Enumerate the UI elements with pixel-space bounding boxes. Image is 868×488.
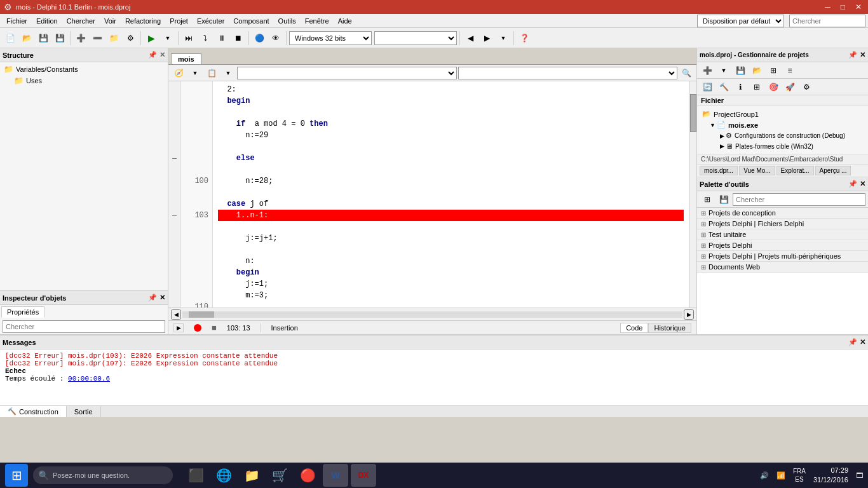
- pm-list-btn[interactable]: ≡: [782, 63, 797, 78]
- taskbar-app-chrome[interactable]: 🔴: [295, 464, 320, 487]
- inspector-tab-properties[interactable]: Propriétés: [1, 306, 44, 318]
- menu-aide[interactable]: Aide: [334, 16, 356, 26]
- palette-group-header-4[interactable]: ⊞ Projets Delphi | Projets multi-périphé…: [697, 251, 868, 261]
- palette-group-header-1[interactable]: ⊞ Projets Delphi | Fichiers Delphi: [697, 219, 868, 229]
- menu-refactoring[interactable]: Refactoring: [121, 16, 165, 26]
- run-button[interactable]: ▶: [144, 30, 159, 46]
- breakpoint-button[interactable]: 🔵: [252, 30, 267, 46]
- minimize-button[interactable]: ─: [822, 3, 833, 11]
- pm-close-icon[interactable]: ✕: [860, 51, 865, 59]
- pm-file-tab-1[interactable]: Vue Mo...: [739, 166, 775, 175]
- pause-button[interactable]: ⏸: [214, 30, 229, 46]
- menu-fichier[interactable]: Fichier: [3, 16, 31, 26]
- scroll-left-btn[interactable]: ◀: [171, 309, 181, 320]
- pm-pin-icon[interactable]: 📌: [848, 51, 857, 59]
- folder-button[interactable]: 📁: [106, 30, 121, 46]
- pm-file-tab-0[interactable]: mois.dpr...: [700, 166, 738, 175]
- step-over-button[interactable]: ⏭: [181, 30, 196, 46]
- palette-pin-icon[interactable]: 📌: [848, 180, 857, 188]
- pm-dropdown[interactable]: ▼: [716, 63, 731, 78]
- save-button[interactable]: 💾: [36, 30, 51, 46]
- run-indicator-btn[interactable]: ▶: [173, 323, 184, 332]
- editor-format-btn[interactable]: 📋: [204, 65, 219, 81]
- palette-btn2[interactable]: 💾: [716, 192, 731, 207]
- pm-deploy-btn[interactable]: 🚀: [782, 79, 797, 95]
- settings-button[interactable]: ⚙: [123, 30, 138, 46]
- editor-tab-mois[interactable]: mois: [171, 53, 201, 64]
- platform-select[interactable]: Windows 32 bits Windows 64 bits: [289, 31, 372, 45]
- step-into-button[interactable]: ⤵: [198, 30, 213, 46]
- menu-composant[interactable]: Composant: [229, 16, 273, 26]
- pm-tree-moisexe[interactable]: ▼ 📄 mois.exe: [700, 119, 865, 130]
- pm-save-btn[interactable]: 💾: [733, 63, 748, 78]
- scrollbar-thumb[interactable]: [690, 94, 696, 132]
- status-tab-history[interactable]: Historique: [648, 323, 691, 333]
- taskbar-app-taskview[interactable]: ⬛: [183, 464, 208, 487]
- taskbar-network-icon[interactable]: 📶: [776, 471, 785, 480]
- inspector-pin-icon[interactable]: 📌: [148, 294, 157, 302]
- taskbar-app-delphi[interactable]: DX: [351, 464, 376, 487]
- messages-close-icon[interactable]: ✕: [860, 338, 865, 346]
- pm-refresh-btn[interactable]: 🔄: [700, 79, 715, 95]
- pm-target-btn[interactable]: 🎯: [766, 79, 781, 95]
- editor-nav-btn[interactable]: 🧭: [171, 65, 186, 81]
- status-tab-code[interactable]: Code: [620, 323, 648, 333]
- taskbar-speaker-icon[interactable]: 🔊: [760, 471, 769, 480]
- hscrollbar-thumb[interactable]: [189, 311, 214, 318]
- forward-button[interactable]: ▶: [479, 30, 494, 46]
- editor-scrollbar[interactable]: [689, 81, 696, 308]
- code-editor[interactable]: 2: begin if a mod 4 = 0 then n:=29 else …: [213, 81, 689, 308]
- pm-settings-btn[interactable]: ⚙: [799, 79, 814, 95]
- pm-folder-btn[interactable]: 📂: [749, 63, 764, 78]
- start-button[interactable]: ⊞: [5, 464, 28, 487]
- inspector-search-input[interactable]: [3, 320, 165, 333]
- palette-btn1[interactable]: ⊞: [700, 192, 715, 207]
- palette-close-icon[interactable]: ✕: [860, 180, 865, 188]
- editor-nav-dropdown[interactable]: ▼: [187, 65, 203, 81]
- messages-pin-icon[interactable]: 📌: [848, 338, 857, 346]
- menu-edition[interactable]: Edition: [32, 16, 62, 26]
- maximize-button[interactable]: □: [838, 3, 848, 11]
- stop-button[interactable]: ⏹: [231, 30, 246, 46]
- back-button[interactable]: ◀: [463, 30, 478, 46]
- open-button[interactable]: 📂: [19, 30, 34, 46]
- save-all-button[interactable]: 💾: [52, 30, 67, 46]
- tree-item-variables[interactable]: 📁 Variables/Constants: [1, 64, 166, 75]
- build-config-select[interactable]: [374, 31, 457, 45]
- hscrollbar-track[interactable]: [182, 311, 682, 318]
- menu-fenetre[interactable]: Fenêtre: [301, 16, 333, 26]
- top-search-input[interactable]: [789, 15, 865, 27]
- remove-button[interactable]: ➖: [90, 30, 105, 46]
- add-button[interactable]: ➕: [73, 30, 88, 46]
- taskbar-notification-icon[interactable]: 🗔: [856, 471, 863, 479]
- editor-search-btn[interactable]: 🔍: [679, 65, 694, 81]
- pm-tree-projectgroup[interactable]: 📂 ProjectGroup1: [700, 109, 865, 119]
- palette-group-header-3[interactable]: ⊞ Projets Delphi: [697, 240, 868, 250]
- pm-tree-configs[interactable]: ▶ ⚙ Configurations de construction (Debu…: [700, 130, 865, 141]
- disposition-select[interactable]: Disposition par défaut: [697, 15, 784, 27]
- menu-outils[interactable]: Outils: [275, 16, 300, 26]
- taskbar-app-explorer[interactable]: 📁: [239, 464, 264, 487]
- run-dropdown[interactable]: ▼: [160, 30, 175, 46]
- close-button[interactable]: ✕: [853, 3, 864, 11]
- structure-close-icon[interactable]: ✕: [159, 51, 165, 59]
- structure-pin-icon[interactable]: 📌: [148, 51, 157, 59]
- path-select-1[interactable]: [237, 67, 457, 79]
- scroll-right-btn[interactable]: ▶: [684, 309, 694, 320]
- watch-button[interactable]: 👁: [268, 30, 283, 46]
- pm-expand-btn[interactable]: ⊞: [749, 79, 764, 95]
- bottom-tab-sortie[interactable]: Sortie: [67, 406, 101, 417]
- menu-executer[interactable]: Exécuter: [193, 16, 228, 26]
- palette-group-header-0[interactable]: ⊞ Projets de conception: [697, 208, 868, 218]
- pm-build-btn[interactable]: 🔨: [716, 79, 731, 95]
- taskbar-app-word[interactable]: W: [323, 464, 348, 487]
- pm-add-btn[interactable]: ➕: [700, 63, 715, 78]
- help-button[interactable]: ❓: [517, 30, 532, 46]
- taskbar-app-store[interactable]: 🛒: [267, 464, 292, 487]
- path-select-2[interactable]: [458, 67, 678, 79]
- pm-grid-btn[interactable]: ⊞: [766, 63, 781, 78]
- tree-item-uses[interactable]: 📁 Uses: [1, 75, 166, 86]
- menu-projet[interactable]: Projet: [166, 16, 192, 26]
- palette-group-header-2[interactable]: ⊞ Test unitaire: [697, 229, 868, 240]
- palette-search-input[interactable]: [733, 193, 865, 206]
